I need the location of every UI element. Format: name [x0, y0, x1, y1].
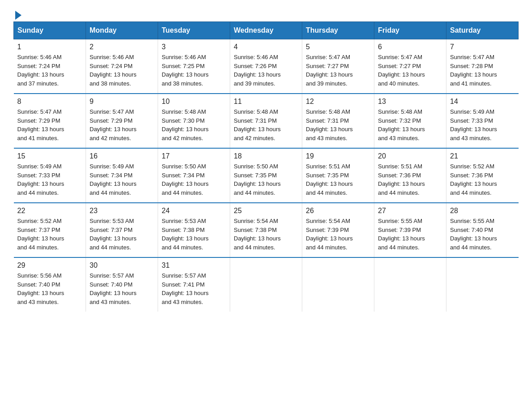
calendar-cell: 24 Sunrise: 5:53 AM Sunset: 7:38 PM Dayl…: [158, 203, 230, 257]
calendar-cell: 14 Sunrise: 5:49 AM Sunset: 7:33 PM Dayl…: [446, 94, 519, 148]
calendar-cell: [374, 257, 446, 312]
day-number: 13: [378, 98, 442, 106]
day-info: Sunrise: 5:50 AM Sunset: 7:34 PM Dayligh…: [162, 162, 226, 197]
day-number: 11: [234, 98, 298, 106]
week-row-4: 22 Sunrise: 5:52 AM Sunset: 7:37 PM Dayl…: [14, 203, 519, 257]
day-info: Sunrise: 5:47 AM Sunset: 7:27 PM Dayligh…: [306, 53, 370, 88]
day-number: 27: [378, 207, 442, 215]
page-header: [13, 9, 519, 17]
day-number: 1: [17, 43, 82, 51]
calendar-cell: 12 Sunrise: 5:48 AM Sunset: 7:31 PM Dayl…: [302, 94, 374, 148]
calendar-cell: 29 Sunrise: 5:56 AM Sunset: 7:40 PM Dayl…: [14, 257, 86, 312]
calendar-cell: 31 Sunrise: 5:57 AM Sunset: 7:41 PM Dayl…: [158, 257, 230, 312]
day-number: 9: [90, 98, 154, 106]
week-row-3: 15 Sunrise: 5:49 AM Sunset: 7:33 PM Dayl…: [14, 148, 519, 203]
day-number: 17: [162, 152, 226, 160]
day-number: 21: [450, 152, 515, 160]
calendar-cell: 16 Sunrise: 5:49 AM Sunset: 7:34 PM Dayl…: [86, 148, 158, 203]
day-info: Sunrise: 5:46 AM Sunset: 7:24 PM Dayligh…: [17, 53, 82, 88]
calendar-cell: 19 Sunrise: 5:51 AM Sunset: 7:35 PM Dayl…: [302, 148, 374, 203]
day-info: Sunrise: 5:50 AM Sunset: 7:35 PM Dayligh…: [234, 162, 298, 197]
day-info: Sunrise: 5:57 AM Sunset: 7:41 PM Dayligh…: [162, 271, 226, 306]
day-header-thursday: Thursday: [302, 22, 374, 39]
logo: [13, 9, 21, 17]
day-info: Sunrise: 5:46 AM Sunset: 7:25 PM Dayligh…: [162, 53, 226, 88]
calendar-cell: 11 Sunrise: 5:48 AM Sunset: 7:31 PM Dayl…: [230, 94, 302, 148]
day-info: Sunrise: 5:57 AM Sunset: 7:40 PM Dayligh…: [90, 271, 154, 306]
calendar-cell: 22 Sunrise: 5:52 AM Sunset: 7:37 PM Dayl…: [14, 203, 86, 257]
day-info: Sunrise: 5:56 AM Sunset: 7:40 PM Dayligh…: [17, 271, 82, 306]
day-info: Sunrise: 5:47 AM Sunset: 7:29 PM Dayligh…: [17, 107, 82, 142]
day-header-sunday: Sunday: [14, 22, 86, 39]
calendar-cell: 9 Sunrise: 5:47 AM Sunset: 7:29 PM Dayli…: [86, 94, 158, 148]
day-info: Sunrise: 5:53 AM Sunset: 7:38 PM Dayligh…: [162, 217, 226, 252]
calendar-cell: 30 Sunrise: 5:57 AM Sunset: 7:40 PM Dayl…: [86, 257, 158, 312]
day-info: Sunrise: 5:52 AM Sunset: 7:36 PM Dayligh…: [450, 162, 515, 197]
day-info: Sunrise: 5:55 AM Sunset: 7:40 PM Dayligh…: [450, 217, 515, 252]
calendar-cell: 4 Sunrise: 5:46 AM Sunset: 7:26 PM Dayli…: [230, 39, 302, 94]
day-number: 31: [162, 261, 226, 270]
day-header-row: SundayMondayTuesdayWednesdayThursdayFrid…: [14, 22, 519, 39]
day-info: Sunrise: 5:48 AM Sunset: 7:31 PM Dayligh…: [234, 107, 298, 142]
logo-arrow-icon: [15, 11, 21, 20]
calendar-cell: [302, 257, 374, 312]
calendar-cell: [230, 257, 302, 312]
day-header-wednesday: Wednesday: [230, 22, 302, 39]
day-number: 16: [90, 152, 154, 160]
day-info: Sunrise: 5:47 AM Sunset: 7:27 PM Dayligh…: [378, 53, 442, 88]
calendar-cell: 13 Sunrise: 5:48 AM Sunset: 7:32 PM Dayl…: [374, 94, 446, 148]
day-info: Sunrise: 5:54 AM Sunset: 7:39 PM Dayligh…: [306, 217, 370, 252]
day-info: Sunrise: 5:55 AM Sunset: 7:39 PM Dayligh…: [378, 217, 442, 252]
day-info: Sunrise: 5:46 AM Sunset: 7:26 PM Dayligh…: [234, 53, 298, 88]
calendar-cell: 17 Sunrise: 5:50 AM Sunset: 7:34 PM Dayl…: [158, 148, 230, 203]
day-header-tuesday: Tuesday: [158, 22, 230, 39]
day-info: Sunrise: 5:52 AM Sunset: 7:37 PM Dayligh…: [17, 217, 82, 252]
day-info: Sunrise: 5:51 AM Sunset: 7:36 PM Dayligh…: [378, 162, 442, 197]
calendar-cell: 5 Sunrise: 5:47 AM Sunset: 7:27 PM Dayli…: [302, 39, 374, 94]
calendar-cell: 21 Sunrise: 5:52 AM Sunset: 7:36 PM Dayl…: [446, 148, 519, 203]
day-number: 20: [378, 152, 442, 160]
day-number: 28: [450, 207, 515, 215]
day-header-saturday: Saturday: [446, 22, 519, 39]
day-number: 6: [378, 43, 442, 51]
day-header-friday: Friday: [374, 22, 446, 39]
week-row-5: 29 Sunrise: 5:56 AM Sunset: 7:40 PM Dayl…: [14, 257, 519, 312]
day-info: Sunrise: 5:47 AM Sunset: 7:29 PM Dayligh…: [90, 107, 154, 142]
day-number: 3: [162, 43, 226, 51]
day-number: 30: [90, 261, 154, 270]
day-number: 24: [162, 207, 226, 215]
day-number: 7: [450, 43, 515, 51]
day-number: 18: [234, 152, 298, 160]
day-number: 8: [17, 98, 82, 106]
calendar-cell: 26 Sunrise: 5:54 AM Sunset: 7:39 PM Dayl…: [302, 203, 374, 257]
calendar-cell: 6 Sunrise: 5:47 AM Sunset: 7:27 PM Dayli…: [374, 39, 446, 94]
day-number: 4: [234, 43, 298, 51]
day-info: Sunrise: 5:46 AM Sunset: 7:24 PM Dayligh…: [90, 53, 154, 88]
day-info: Sunrise: 5:53 AM Sunset: 7:37 PM Dayligh…: [90, 217, 154, 252]
day-info: Sunrise: 5:48 AM Sunset: 7:32 PM Dayligh…: [378, 107, 442, 142]
day-number: 19: [306, 152, 370, 160]
week-row-1: 1 Sunrise: 5:46 AM Sunset: 7:24 PM Dayli…: [14, 39, 519, 94]
day-number: 10: [162, 98, 226, 106]
calendar-cell: 28 Sunrise: 5:55 AM Sunset: 7:40 PM Dayl…: [446, 203, 519, 257]
calendar-cell: [446, 257, 519, 312]
day-info: Sunrise: 5:48 AM Sunset: 7:31 PM Dayligh…: [306, 107, 370, 142]
day-info: Sunrise: 5:51 AM Sunset: 7:35 PM Dayligh…: [306, 162, 370, 197]
calendar-cell: 8 Sunrise: 5:47 AM Sunset: 7:29 PM Dayli…: [14, 94, 86, 148]
calendar-cell: 20 Sunrise: 5:51 AM Sunset: 7:36 PM Dayl…: [374, 148, 446, 203]
calendar-cell: 7 Sunrise: 5:47 AM Sunset: 7:28 PM Dayli…: [446, 39, 519, 94]
calendar-cell: 10 Sunrise: 5:48 AM Sunset: 7:30 PM Dayl…: [158, 94, 230, 148]
day-number: 26: [306, 207, 370, 215]
day-number: 5: [306, 43, 370, 51]
calendar-cell: 1 Sunrise: 5:46 AM Sunset: 7:24 PM Dayli…: [14, 39, 86, 94]
calendar-cell: 3 Sunrise: 5:46 AM Sunset: 7:25 PM Dayli…: [158, 39, 230, 94]
day-info: Sunrise: 5:54 AM Sunset: 7:38 PM Dayligh…: [234, 217, 298, 252]
calendar-cell: 25 Sunrise: 5:54 AM Sunset: 7:38 PM Dayl…: [230, 203, 302, 257]
day-info: Sunrise: 5:49 AM Sunset: 7:34 PM Dayligh…: [90, 162, 154, 197]
day-info: Sunrise: 5:49 AM Sunset: 7:33 PM Dayligh…: [17, 162, 82, 197]
day-info: Sunrise: 5:49 AM Sunset: 7:33 PM Dayligh…: [450, 107, 515, 142]
calendar-cell: 23 Sunrise: 5:53 AM Sunset: 7:37 PM Dayl…: [86, 203, 158, 257]
day-info: Sunrise: 5:48 AM Sunset: 7:30 PM Dayligh…: [162, 107, 226, 142]
day-info: Sunrise: 5:47 AM Sunset: 7:28 PM Dayligh…: [450, 53, 515, 88]
day-number: 14: [450, 98, 515, 106]
